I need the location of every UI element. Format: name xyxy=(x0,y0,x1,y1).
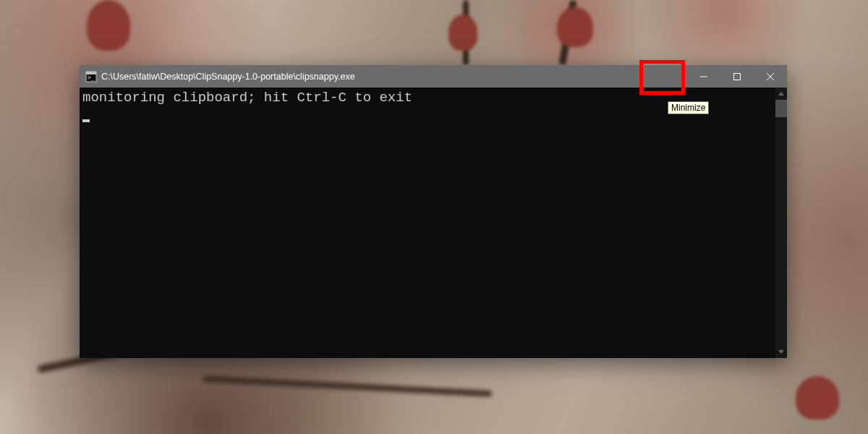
scroll-track[interactable] xyxy=(775,100,787,346)
minimize-button[interactable] xyxy=(687,65,720,88)
svg-text:>_: >_ xyxy=(88,75,95,81)
titlebar[interactable]: >_ C:\Users\fatiw\Desktop\ClipSnappy-1.0… xyxy=(80,65,787,88)
maximize-button[interactable] xyxy=(720,65,754,88)
terminal-line: monitoring clipboard; hit Ctrl-C to exit xyxy=(82,90,412,106)
wallpaper-detail xyxy=(796,376,839,420)
scroll-up-arrow[interactable] xyxy=(775,88,787,100)
terminal-cursor xyxy=(82,119,90,122)
minimize-tooltip: Minimize xyxy=(668,101,709,114)
close-button[interactable] xyxy=(754,65,787,88)
vertical-scrollbar[interactable] xyxy=(775,88,787,358)
wallpaper-detail xyxy=(87,0,130,51)
terminal-output[interactable]: monitoring clipboard; hit Ctrl-C to exit xyxy=(80,88,775,358)
window-title: C:\Users\fatiw\Desktop\ClipSnappy-1.0-po… xyxy=(101,72,355,82)
svg-rect-4 xyxy=(734,73,741,80)
scroll-down-arrow[interactable] xyxy=(775,346,787,358)
wallpaper-detail xyxy=(448,14,477,51)
scroll-thumb[interactable] xyxy=(775,100,787,117)
app-icon: >_ xyxy=(85,71,97,82)
wallpaper-detail xyxy=(557,7,593,47)
